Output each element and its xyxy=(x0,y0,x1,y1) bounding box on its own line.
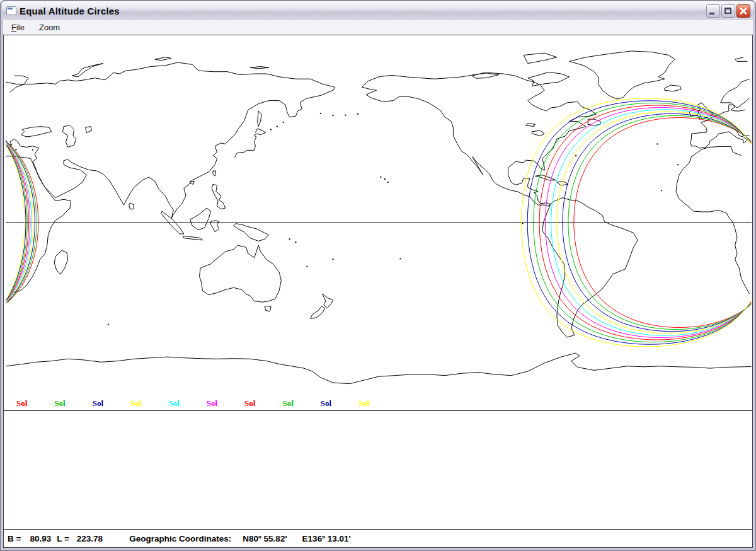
menu-zoom[interactable]: Zoom xyxy=(37,21,62,33)
coastline-madagascar xyxy=(54,250,67,274)
title-bar[interactable]: Equal Altitude Circles xyxy=(2,1,754,20)
island-dot xyxy=(32,149,33,151)
coastline-new-siberian-is xyxy=(250,67,269,69)
coastline-sri-lanka xyxy=(129,203,134,209)
coastline-severnaya-zemlya xyxy=(155,57,171,61)
coastline-caspian-sea xyxy=(62,125,76,148)
island-dot xyxy=(400,258,401,259)
island-dot xyxy=(357,113,358,115)
coastline-black-sea xyxy=(21,127,52,137)
menu-bar: File Zoom xyxy=(3,20,753,35)
sol-label-5: Sol xyxy=(168,398,179,409)
island-dot xyxy=(289,238,290,240)
island-dot xyxy=(333,115,334,116)
coastline-iceland xyxy=(665,85,681,91)
island-dot xyxy=(522,223,524,224)
island-dot xyxy=(277,126,278,127)
sol-label-10: Sol xyxy=(358,398,369,409)
coastline-nz-north xyxy=(323,294,333,308)
coords-label: Geographic Coordinates: xyxy=(129,534,231,543)
island-dot xyxy=(677,164,679,165)
sol-label-7: Sol xyxy=(244,398,255,409)
island-dot xyxy=(307,266,308,267)
maximize-icon xyxy=(724,8,731,14)
coastline-sulawesi xyxy=(211,221,219,232)
sol-label-1: Sol xyxy=(16,398,27,409)
coastline-borneo xyxy=(190,208,211,229)
coastline-antarctica xyxy=(6,353,751,384)
coastline-lake-huron-erie xyxy=(532,130,544,136)
coastline-aral-sea xyxy=(86,127,92,133)
world-map-panel[interactable]: SolSolSolSolSolSolSolSolSolSol xyxy=(4,35,752,411)
sol-label-4: Sol xyxy=(130,398,141,409)
coastline-africa xyxy=(6,146,750,294)
island-dot xyxy=(333,258,334,260)
island-dot xyxy=(15,149,16,150)
island-dot xyxy=(384,178,386,180)
world-map[interactable] xyxy=(6,37,752,409)
sol-label-8: Sol xyxy=(282,398,293,409)
coastline-taiwan xyxy=(213,171,216,176)
island-dot xyxy=(283,122,284,123)
coastline-novaya-zemlya xyxy=(72,64,103,77)
window-title: Equal Altitude Circles xyxy=(20,6,120,16)
b-value: 80.93 xyxy=(30,534,51,543)
island-dot xyxy=(295,241,296,243)
island-dot xyxy=(656,143,658,144)
sol-label-2: Sol xyxy=(54,398,65,409)
status-bar: B = 80.93 L = 223.78 Geographic Coordina… xyxy=(4,529,752,547)
app-window: Equal Altitude Circles File Zoom SolSolS… xyxy=(0,0,756,551)
l-value: 223.78 xyxy=(77,534,103,543)
minimize-icon xyxy=(709,13,714,14)
coastline-scandinavia xyxy=(10,76,750,108)
island-dot xyxy=(320,113,321,114)
coords-longitude: E136º 13.01' xyxy=(302,534,351,543)
coastline-philippines xyxy=(212,184,225,209)
coords-latitude: N80º 55.82' xyxy=(243,534,287,543)
island-dot xyxy=(661,190,662,191)
coastline-lake-superior xyxy=(526,124,536,127)
coastline-europe-south xyxy=(6,105,750,148)
coastline-sakhalin xyxy=(258,111,262,127)
client-area: SolSolSolSolSolSolSolSolSolSol B = 80.93… xyxy=(3,35,753,548)
coastline-tasmania xyxy=(265,306,271,311)
window-icon xyxy=(6,6,16,15)
coastline-nz-south xyxy=(311,306,325,319)
island-dot xyxy=(108,324,109,325)
menu-file[interactable]: File xyxy=(9,21,27,33)
island-dot xyxy=(270,129,272,130)
coastline-australia xyxy=(200,245,282,302)
sol-label-9: Sol xyxy=(321,398,331,409)
b-label: B = xyxy=(8,534,21,543)
island-dot xyxy=(345,115,346,116)
coastline-victoria-island xyxy=(472,72,499,78)
coastline-new-guinea xyxy=(234,224,269,241)
coastline-baffin-island xyxy=(528,72,570,86)
coastline-japan xyxy=(234,129,265,158)
window-controls xyxy=(706,4,750,18)
coastline-eurasia xyxy=(6,62,335,218)
coastline-greenland xyxy=(570,51,675,99)
island-dot xyxy=(387,182,389,183)
sol-label-6: Sol xyxy=(207,398,217,409)
coastline-ellesmere-island xyxy=(524,53,557,63)
l-label: L = xyxy=(57,534,69,543)
island-dot xyxy=(380,177,381,178)
close-button[interactable] xyxy=(736,4,750,18)
coastline-svalbard xyxy=(735,57,748,62)
island-dot xyxy=(575,155,576,156)
maximize-button[interactable] xyxy=(721,4,735,18)
sol-label-3: Sol xyxy=(93,398,103,409)
coastline-java xyxy=(183,236,202,240)
minimize-button[interactable] xyxy=(706,4,720,18)
